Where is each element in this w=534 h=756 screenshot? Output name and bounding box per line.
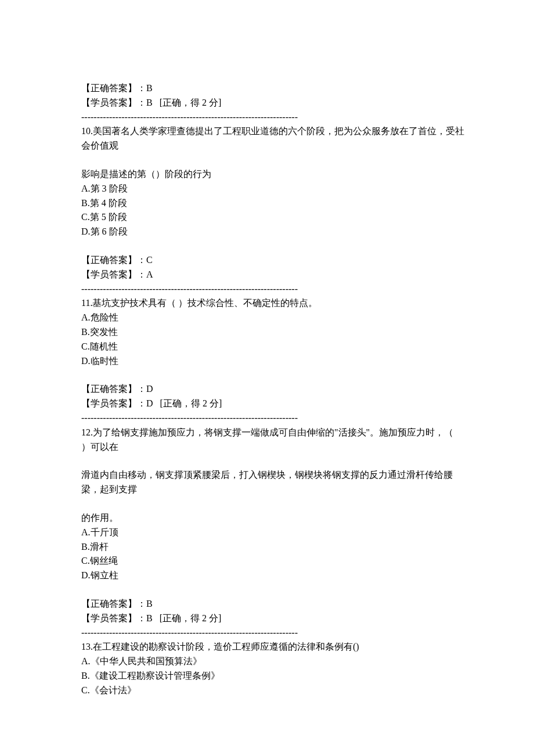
correct-answer-label: 【正确答案】： [81,83,146,93]
student-answer-value: B [146,613,153,623]
correct-answer-line: 【正确答案】：D [81,382,464,397]
blank-line [81,454,464,468]
correct-answer-line: 【正确答案】：B [81,597,464,611]
question-stem-cont: 影响是描述的第（）阶段的行为 [81,167,464,182]
student-answer-label: 【学员答案】： [81,398,146,408]
blank-line [81,153,464,167]
correct-answer-line: 【正确答案】：B [81,81,464,96]
divider-line: ----------------------------------------… [81,411,464,426]
result-text: [正确，得 2 分] [160,398,222,408]
option-c: C.第 5 阶段 [81,210,464,225]
blank-line [81,583,464,597]
question-9-answers: 【正确答案】：B 【学员答案】：B [正确，得 2 分] -----------… [81,81,464,124]
student-answer-line: 【学员答案】：B [正确，得 2 分] [81,96,464,110]
student-answer-value: A [146,269,153,279]
option-b: B.滑杆 [81,540,464,555]
option-b: B.第 4 阶段 [81,196,464,211]
question-10: 10.美国著名人类学家理查德提出了工程职业道德的六个阶段，把为公众服务放在了首位… [81,124,464,296]
option-a: A.千斤顶 [81,525,464,540]
correct-answer-value: B [146,83,153,93]
divider-line: ----------------------------------------… [81,626,464,640]
student-answer-line: 【学员答案】：B [正确，得 2 分] [81,611,464,626]
option-b: B.突发性 [81,325,464,340]
option-b: B.《建设工程勘察设计管理条例》 [81,669,464,683]
result-text: [正确，得 2 分] [160,613,222,623]
blank-line [81,368,464,382]
option-d: D.第 6 阶段 [81,225,464,239]
student-answer-label: 【学员答案】： [81,269,146,279]
question-stem-cont2: 的作用。 [81,511,464,525]
question-13: 13.在工程建设的勘察设计阶段，造价工程师应遵循的法律和条例有() A.《中华人… [81,640,464,697]
student-answer-value: B [146,98,153,107]
question-stem: 11.基坑支护技术具有（ ）技术综合性、不确定性的特点。 [81,296,464,311]
question-stem: 10.美国著名人类学家理查德提出了工程职业道德的六个阶段，把为公众服务放在了首位… [81,124,464,153]
student-answer-label: 【学员答案】： [81,613,146,623]
option-a: A.第 3 阶段 [81,182,464,196]
student-answer-line: 【学员答案】：D [正确，得 2 分] [81,397,464,411]
question-stem: 12.为了给钢支撑施加预应力，将钢支撑一端做成可自由伸缩的"活接头"。施加预应力… [81,426,464,455]
option-a: A.危险性 [81,311,464,325]
question-stem: 13.在工程建设的勘察设计阶段，造价工程师应遵循的法律和条例有() [81,640,464,654]
correct-answer-value: B [146,599,153,609]
divider-line: ----------------------------------------… [81,110,464,125]
divider-line: ----------------------------------------… [81,282,464,297]
blank-line [81,239,464,253]
correct-answer-value: C [146,255,153,265]
correct-answer-value: D [146,384,153,394]
question-11: 11.基坑支护技术具有（ ）技术综合性、不确定性的特点。 A.危险性 B.突发性… [81,296,464,425]
result-text: [正确，得 2 分] [160,98,222,107]
option-c: C.钢丝绳 [81,554,464,568]
student-answer-label: 【学员答案】： [81,98,146,107]
correct-answer-label: 【正确答案】： [81,599,146,609]
student-answer-value: D [146,398,153,408]
student-answer-line: 【学员答案】：A [81,268,464,282]
correct-answer-label: 【正确答案】： [81,255,146,265]
blank-line [81,497,464,511]
option-d: D.临时性 [81,354,464,369]
option-c: C.随机性 [81,340,464,354]
question-stem-cont: 滑道内自由移动，钢支撑顶紧腰梁后，打入钢楔块，钢楔块将钢支撑的反力通过滑杆传给腰… [81,468,464,497]
option-d: D.钢立柱 [81,568,464,583]
option-c: C.《会计法》 [81,683,464,698]
question-12: 12.为了给钢支撑施加预应力，将钢支撑一端做成可自由伸缩的"活接头"。施加预应力… [81,426,464,640]
correct-answer-line: 【正确答案】：C [81,253,464,268]
correct-answer-label: 【正确答案】： [81,384,146,394]
option-a: A.《中华人民共和国预算法》 [81,654,464,669]
